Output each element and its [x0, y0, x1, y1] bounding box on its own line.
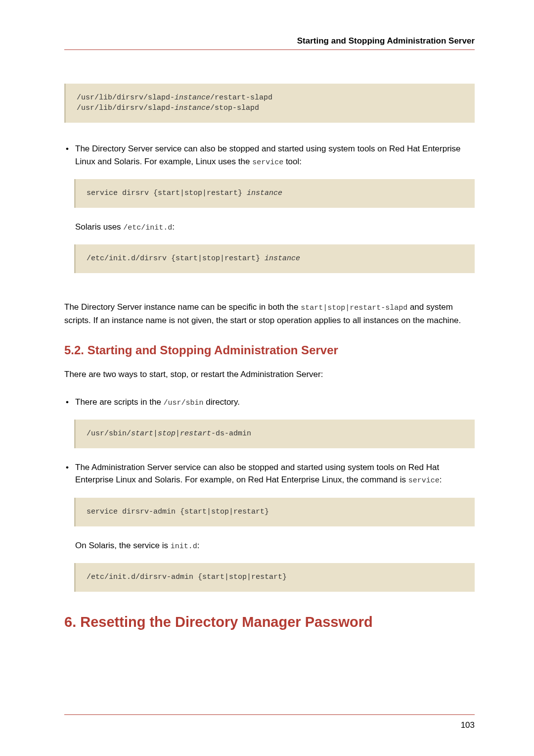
paragraph: Solaris uses /etc/init.d:	[75, 221, 475, 234]
page: Starting and Stopping Administration Ser…	[0, 0, 534, 756]
code-text: service dirsrv {start|stop|restart}	[87, 189, 247, 197]
paragraph: There are scripts in the /usr/sbin direc…	[75, 397, 240, 407]
code-block-service: service dirsrv {start|stop|restart} inst…	[74, 179, 475, 208]
paragraph: The Administration Server service can al…	[75, 463, 442, 485]
inline-code: /usr/sbin	[164, 399, 204, 407]
code-variable: instance	[265, 254, 300, 263]
code-text: /etc/init.d/dirsrv-admin {start|stop|res…	[87, 573, 287, 581]
section-heading-5-2: 5.2. Starting and Stopping Administratio…	[64, 341, 475, 359]
inline-code: start|stop|restart-slapd	[301, 304, 407, 312]
code-variable: instance	[175, 104, 210, 112]
code-variable: start|stop|restart	[131, 429, 211, 438]
code-block-usrsbin: /usr/sbin/start|stop|restart-ds-admin	[74, 420, 475, 448]
bullet-list-1: The Directory Server service can also be…	[64, 142, 475, 273]
page-footer: 103	[64, 714, 475, 732]
inline-code: service	[252, 158, 283, 167]
code-text: -ds-admin	[211, 429, 251, 438]
code-text: /usr/sbin/	[87, 429, 131, 438]
running-header: Starting and Stopping Administration Ser…	[64, 35, 475, 47]
code-block-initd-admin: /etc/init.d/dirsrv-admin {start|stop|res…	[74, 563, 475, 592]
paragraph: There are two ways to start, stop, or re…	[64, 368, 475, 381]
inline-code: init.d	[171, 542, 197, 551]
bullet-list-2: There are scripts in the /usr/sbin direc…	[64, 396, 475, 592]
code-block-service-admin: service dirsrv-admin {start|stop|restart…	[74, 498, 475, 526]
paragraph: On Solaris, the service is init.d:	[75, 539, 475, 553]
code-block-restart-stop: /usr/lib/dirsrv/slapd-instance/restart-s…	[64, 84, 475, 123]
paragraph: The Directory Server service can also be…	[75, 144, 461, 166]
list-item: The Directory Server service can also be…	[64, 142, 475, 273]
code-text: /usr/lib/dirsrv/slapd-	[77, 94, 175, 102]
list-item: There are scripts in the /usr/sbin direc…	[64, 396, 475, 448]
paragraph: The Directory Server instance name can b…	[64, 301, 475, 327]
code-text: /stop-slapd	[210, 104, 259, 112]
code-block-initd: /etc/init.d/dirsrv {start|stop|restart} …	[74, 244, 475, 273]
inline-code: /etc/init.d	[123, 224, 172, 232]
code-text: /restart-slapd	[210, 94, 272, 102]
chapter-heading-6: 6. Resetting the Directory Manager Passw…	[64, 612, 475, 633]
inline-code: service	[408, 476, 440, 485]
code-variable: instance	[247, 189, 282, 197]
list-item: The Administration Server service can al…	[64, 461, 475, 592]
code-variable: instance	[175, 94, 210, 102]
code-text: /etc/init.d/dirsrv {start|stop|restart}	[87, 254, 265, 263]
page-number: 103	[64, 719, 475, 732]
code-text: /usr/lib/dirsrv/slapd-	[77, 104, 175, 112]
footer-rule	[64, 714, 475, 715]
code-text: service dirsrv-admin {start|stop|restart…	[87, 508, 269, 516]
